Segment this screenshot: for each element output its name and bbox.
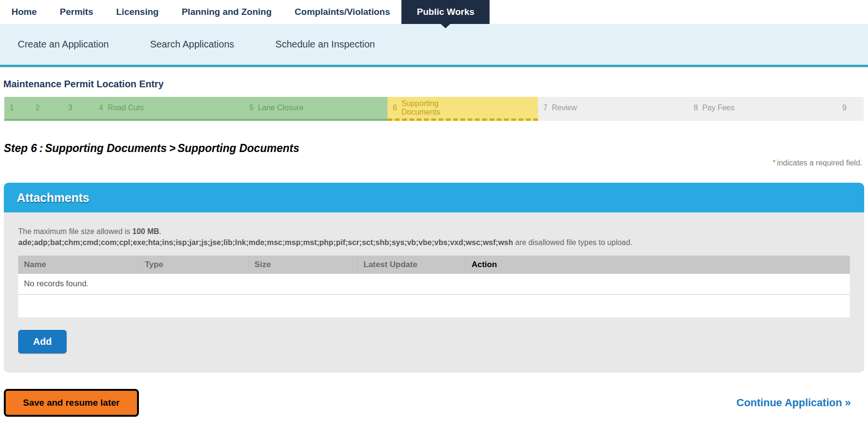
- step-number: 2: [35, 104, 40, 112]
- step-heading: Step 6:Supporting Documents>Supporting D…: [4, 142, 868, 155]
- table-row-empty: No records found.: [18, 274, 850, 294]
- step-heading-separator: >: [169, 142, 175, 154]
- subnav-item-schedule-inspection[interactable]: Schedule an Inspection: [275, 39, 375, 50]
- attachments-panel-body: The maximum file size allowed is 100 MB.…: [4, 212, 864, 373]
- step-number: 5: [250, 104, 254, 112]
- required-asterisk: *: [773, 159, 776, 167]
- column-header-latest-update: Latest Update: [357, 256, 466, 274]
- column-header-action: Action: [466, 256, 850, 274]
- step-number: 9: [842, 104, 846, 112]
- step-2[interactable]: 2: [30, 97, 63, 121]
- step-number: 8: [694, 104, 698, 112]
- step-number: 4: [99, 104, 103, 112]
- max-file-prefix: The maximum file size allowed is: [18, 227, 132, 235]
- subnav-item-search-applications[interactable]: Search Applications: [150, 39, 234, 50]
- column-header-name: Name: [18, 256, 139, 274]
- add-button[interactable]: Add: [18, 330, 67, 353]
- nav-item-permits[interactable]: Permits: [48, 0, 105, 24]
- attachments-title: Attachments: [17, 191, 89, 205]
- disallowed-types-note: ade;adp;bat;chm;cmd;com;cpl;exe;hta;ins;…: [18, 237, 850, 248]
- step-7-review[interactable]: 7 Review: [538, 97, 688, 121]
- step-label: Road Cuts: [107, 104, 144, 112]
- nav-item-public-works[interactable]: Public Works: [401, 0, 490, 24]
- active-tab-caret-icon: [440, 23, 451, 28]
- save-and-resume-button[interactable]: Save and resume later: [4, 389, 139, 417]
- step-6-supporting-documents[interactable]: 6 Supporting Documents: [388, 97, 538, 121]
- step-heading-colon: :: [39, 142, 43, 154]
- subnav-item-create-application[interactable]: Create an Application: [18, 39, 109, 50]
- max-file-suffix: .: [159, 227, 161, 235]
- required-note-text: indicates a required field.: [777, 159, 862, 167]
- step-label: Supporting Documents: [401, 99, 459, 116]
- step-number: 3: [68, 104, 72, 112]
- disallowed-types-suffix: are disallowed file types to upload.: [513, 238, 632, 246]
- max-file-size-note: The maximum file size allowed is 100 MB.: [18, 226, 850, 237]
- required-field-note: *indicates a required field.: [0, 159, 868, 167]
- attachments-panel: Attachments The maximum file size allowe…: [4, 183, 864, 373]
- table-spacer-row: [18, 294, 850, 317]
- step-heading-section: Supporting Documents: [45, 142, 167, 154]
- attachments-table-header-row: Name Type Size Latest Update Action: [18, 256, 850, 274]
- max-file-size-value: 100 MB: [132, 227, 159, 235]
- column-header-type: Type: [139, 256, 249, 274]
- disallowed-types-list: ade;adp;bat;chm;cmd;com;cpl;exe;hta;ins;…: [18, 238, 513, 246]
- step-number: 7: [543, 104, 548, 112]
- step-1[interactable]: 1: [4, 97, 30, 121]
- step-label: Pay Fees: [702, 104, 735, 112]
- footer-actions: Save and resume later Continue Applicati…: [4, 389, 851, 417]
- nav-item-complaints-violations[interactable]: Complaints/Violations: [283, 0, 401, 24]
- step-8-pay-fees[interactable]: 8 Pay Fees: [688, 97, 837, 121]
- progress-stepper: 1 2 3 4 Road Cuts 5 Lane Closure 6 Suppo…: [4, 97, 864, 121]
- step-heading-subsection: Supporting Documents: [177, 142, 299, 154]
- sub-navigation: Create an Application Search Application…: [0, 24, 868, 67]
- step-label: Review: [552, 104, 577, 112]
- step-3[interactable]: 3: [63, 97, 94, 121]
- step-label: Lane Closure: [258, 104, 303, 112]
- top-navigation: Home Permits Licensing Planning and Zoni…: [0, 0, 868, 24]
- nav-item-licensing[interactable]: Licensing: [105, 0, 171, 24]
- attachments-panel-header: Attachments: [4, 183, 864, 212]
- nav-item-label: Public Works: [417, 7, 474, 17]
- continue-application-link[interactable]: Continue Application »: [736, 397, 851, 409]
- step-4-road-cuts[interactable]: 4 Road Cuts: [94, 97, 244, 121]
- step-heading-step: Step 6: [4, 142, 37, 154]
- nav-item-home[interactable]: Home: [0, 0, 48, 24]
- nav-item-planning-zoning[interactable]: Planning and Zoning: [170, 0, 283, 24]
- step-number: 1: [10, 104, 14, 112]
- no-records-text: No records found.: [18, 274, 850, 294]
- step-number: 6: [393, 104, 397, 112]
- column-header-size: Size: [249, 256, 357, 274]
- attachments-table: Name Type Size Latest Update Action No r…: [18, 256, 850, 317]
- step-9[interactable]: 9: [837, 97, 864, 121]
- step-5-lane-closure[interactable]: 5 Lane Closure: [244, 97, 388, 121]
- page-title: Maintenance Permit Location Entry: [3, 79, 868, 90]
